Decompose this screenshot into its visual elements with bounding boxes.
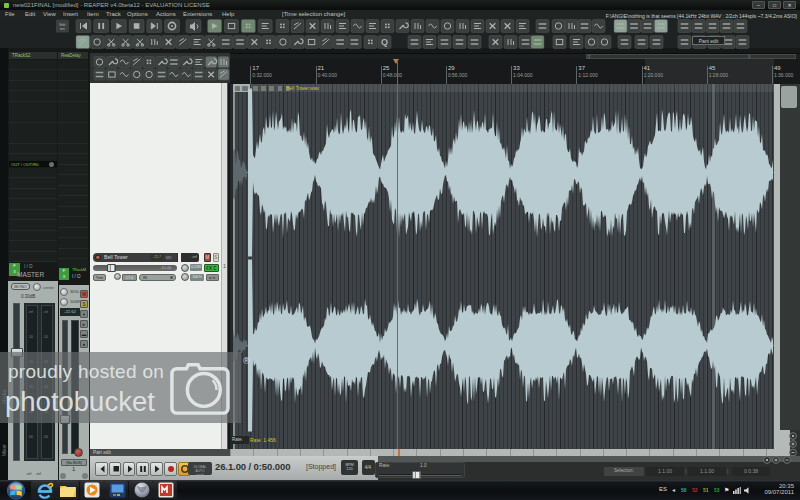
svg-text:Edit: Edit: [59, 23, 65, 27]
svg-text:Q: Q: [381, 37, 388, 47]
svg-text:me: me: [60, 27, 65, 31]
